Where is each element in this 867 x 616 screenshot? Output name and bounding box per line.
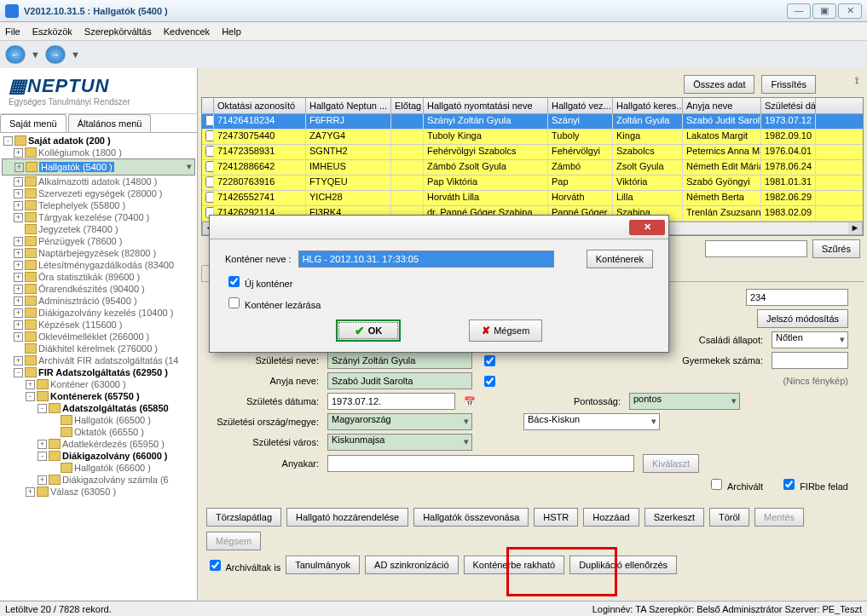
column-header[interactable]: Születési dá — [761, 98, 816, 113]
tree-item[interactable]: -Diákigazolvány (66000 ) — [2, 450, 195, 462]
dialog-close-button[interactable]: ✕ — [629, 220, 665, 235]
calendar-icon[interactable]: 📅 — [464, 396, 476, 407]
table-row[interactable]: 72473075440ZA7YG4Tuboly KingaTubolyKinga… — [202, 130, 863, 145]
tree-item[interactable]: +Hallgatók (5400 ) — [2, 158, 195, 176]
tree-item[interactable]: +Archivált FIR adatszolgáltatás (14 — [2, 354, 195, 366]
archivaltak-is-checkbox[interactable]: Archiváltak is — [206, 557, 280, 573]
action-button[interactable]: Hozzáad — [583, 508, 639, 527]
tree-item[interactable]: +Diákigazolvány számla (6 — [2, 474, 195, 486]
action-button[interactable]: Mégsem — [206, 532, 261, 550]
szuletes-datuma-input[interactable] — [327, 393, 455, 410]
tab-altalanos-menu[interactable]: Általános menü — [68, 114, 152, 132]
menu-file[interactable]: File — [5, 26, 20, 37]
tree-item[interactable]: Oktatók (66550 ) — [2, 426, 195, 438]
table-row[interactable]: 72280763916FTYQEUPap ViktóriaPapViktória… — [202, 176, 863, 191]
jelszo-modositas-button[interactable]: Jelszó módosítás — [757, 309, 848, 328]
tree-item[interactable]: -Adatszolgáltatás (65850 — [2, 402, 195, 414]
tree-item[interactable]: +Telephelyek (55800 ) — [2, 199, 195, 211]
tree-item[interactable]: Hallgatók (66500 ) — [2, 414, 195, 426]
column-header[interactable]: Hallgató nyomtatási neve — [424, 98, 548, 113]
id-field[interactable] — [746, 289, 848, 306]
maximize-button[interactable]: ▣ — [812, 3, 836, 19]
close-button[interactable]: ✕ — [838, 3, 862, 19]
gyermek-input[interactable] — [772, 352, 848, 369]
szuletes-orszag-select[interactable]: Magyarország — [327, 413, 472, 430]
column-header[interactable]: Előtag — [391, 98, 424, 113]
action-button[interactable]: Mentés — [754, 508, 804, 527]
column-header[interactable]: Hallgató vez... — [548, 98, 613, 113]
tree-item[interactable]: +Pénzügyek (78600 ) — [2, 235, 195, 247]
back-dropdown-icon[interactable]: ▼ — [31, 49, 40, 60]
anyja-check[interactable] — [484, 376, 495, 387]
tree-item[interactable]: +Oklevélmelléklet (266000 ) — [2, 331, 195, 343]
tab-sajat-menu[interactable]: Saját menü — [0, 114, 66, 132]
action-button[interactable]: HSTR — [534, 508, 578, 527]
anyja-neve-input[interactable] — [327, 372, 472, 389]
firbe-checkbox[interactable]: FIRbe felad — [780, 476, 848, 492]
archivalt-checkbox[interactable]: Archivált — [708, 476, 763, 492]
uj-kontener-checkbox[interactable]: Új konténer — [225, 273, 292, 290]
menu-help[interactable]: Help — [222, 26, 241, 37]
pin-icon[interactable]: ⟟ — [855, 75, 858, 94]
menu-rolechange[interactable]: Szerepkörváltás — [84, 26, 152, 37]
dialog-cancel-button[interactable]: ✘Mégsem — [469, 320, 542, 342]
action-button[interactable]: Törzslapátlag — [206, 508, 281, 527]
tree-item[interactable]: +Tárgyak kezelése (70400 ) — [2, 211, 195, 223]
szuletesi-neve-input[interactable] — [327, 352, 472, 369]
action-button[interactable]: AD szinkronizáció — [365, 556, 458, 574]
column-header[interactable]: Oktatási azonosító — [214, 98, 306, 113]
forward-dropdown-icon[interactable]: ▼ — [71, 49, 80, 60]
tree-item[interactable]: Jegyzetek (78400 ) — [2, 223, 195, 235]
tree-item[interactable]: -Konténerek (65750 ) — [2, 390, 195, 402]
tree-item[interactable]: -FIR Adatszolgáltatás (62950 ) — [2, 366, 195, 378]
tree-item[interactable]: -Saját adatok (200 ) — [2, 135, 195, 147]
tree-item[interactable]: +Diákigazolvány kezelés (10400 ) — [2, 307, 195, 319]
column-header[interactable] — [202, 98, 214, 113]
table-row[interactable]: 72412886642IMHEUSZámbó Zsolt GyulaZámbóZ… — [202, 160, 863, 176]
kivalaszt-button[interactable]: Kiválaszt — [643, 454, 699, 473]
szulnev-check[interactable] — [484, 355, 495, 366]
tree-item[interactable]: +Képzések (115600 ) — [2, 319, 195, 331]
tree-item[interactable]: +Órarendkészítés (90400 ) — [2, 283, 195, 295]
csalad-select[interactable]: Nőtlen — [772, 331, 848, 348]
column-header[interactable]: Anyja neve — [683, 98, 761, 113]
menu-tools[interactable]: Eszközök — [32, 26, 72, 37]
action-button[interactable]: Töröl — [709, 508, 749, 527]
tree-item[interactable]: +Létesítménygazdálkodás (83400 — [2, 259, 195, 271]
anyakar-input[interactable] — [327, 455, 634, 472]
tree-item[interactable]: +Adminisztráció (95400 ) — [2, 295, 195, 307]
kontenerek-button[interactable]: Konténerek — [587, 250, 653, 268]
nav-tree[interactable]: -Saját adatok (200 )+Kollégiumok (1800 )… — [0, 133, 197, 600]
tree-item[interactable]: Diákhitel kérelmek (276000 ) — [2, 343, 195, 354]
table-row[interactable]: 71426552741YICH28Horváth LillaHorváthLil… — [202, 191, 863, 206]
nav-back-button[interactable]: ← — [5, 45, 26, 64]
szuletes-varos-select[interactable]: Kiskunmajsa — [327, 434, 472, 451]
action-button[interactable]: Tanulmányok — [286, 556, 360, 574]
minimize-button[interactable]: — — [787, 3, 811, 19]
osszes-adat-button[interactable]: Összes adat — [684, 75, 754, 94]
tree-item[interactable]: +Szervezeti egységek (28000 ) — [2, 187, 195, 199]
dialog-ok-button[interactable]: ✔OK — [336, 320, 402, 342]
kontener-lezarasa-checkbox[interactable]: Konténer lezárása — [225, 295, 321, 311]
kontener-neve-input[interactable] — [298, 250, 554, 268]
szures-button[interactable]: Szűrés — [812, 239, 860, 258]
tree-item[interactable]: +Naptárbejegyzések (82800 ) — [2, 247, 195, 259]
tree-item[interactable]: Hallgatók (66600 ) — [2, 462, 195, 474]
column-header[interactable]: Hallgató Neptun ... — [306, 98, 391, 113]
filter-input[interactable] — [705, 240, 807, 257]
tree-item[interactable]: +Adatlekérdezés (65950 ) — [2, 438, 195, 450]
table-row[interactable]: 71472358931SGNTH2Fehérvölgyi SzabolcsFeh… — [202, 145, 863, 160]
frissites-button[interactable]: Frissítés — [761, 75, 816, 94]
tree-item[interactable]: +Kollégiumok (1800 ) — [2, 147, 195, 158]
megye-select[interactable]: Bács-Kiskun — [523, 413, 660, 430]
pontossag-select[interactable]: pontos — [629, 393, 740, 410]
tree-item[interactable]: +Alkalmazotti adatok (14800 ) — [2, 176, 195, 187]
nav-forward-button[interactable]: → — [45, 45, 66, 64]
menu-favorites[interactable]: Kedvencek — [164, 26, 210, 37]
action-button[interactable]: Hallgatók összevonása — [413, 508, 529, 527]
tree-item[interactable]: +Válasz (63050 ) — [2, 486, 195, 498]
tree-item[interactable]: +Óra statisztikák (89600 ) — [2, 271, 195, 283]
table-row[interactable]: 71426418234F6FRRJSzányi Zoltán GyulaSzán… — [202, 114, 863, 130]
action-button[interactable]: Szerkeszt — [644, 508, 704, 527]
column-header[interactable]: Hallgató keres... — [613, 98, 683, 113]
